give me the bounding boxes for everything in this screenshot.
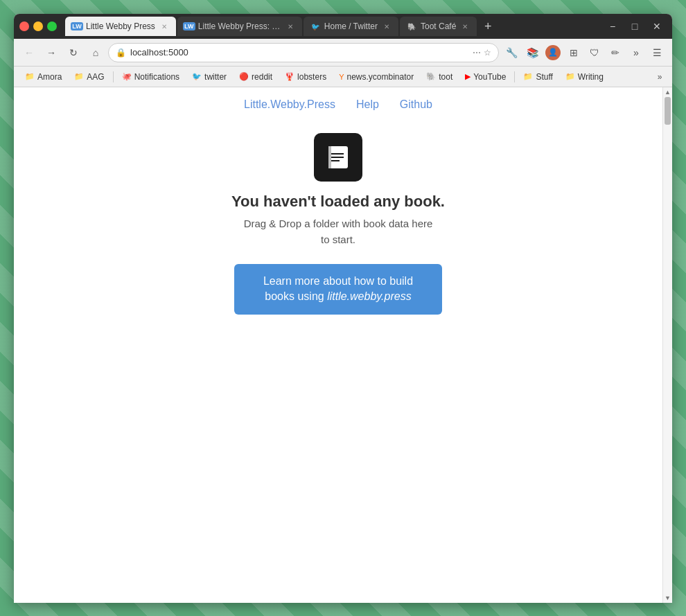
github-icon: 🐙	[122, 72, 132, 81]
close-btn[interactable]: ✕	[647, 17, 667, 36]
folder-icon: 📁	[523, 72, 533, 81]
bookmark-ycombinator[interactable]: Y news.ycombinator	[333, 71, 419, 83]
svg-rect-4	[328, 146, 331, 168]
bookmark-amora[interactable]: 📁 Amora	[19, 71, 67, 83]
address-input[interactable]	[130, 47, 468, 58]
scroll-down-button[interactable]: ▼	[663, 593, 673, 603]
avatar-btn[interactable]: 👤	[543, 43, 563, 62]
bookmarks-more-button[interactable]: »	[653, 70, 667, 84]
tab-lwp-2[interactable]: LW Little Webby Press: first ✕	[177, 17, 302, 36]
twitter-icon: 🐦	[192, 72, 202, 81]
folder-icon: 📁	[25, 72, 35, 81]
tab-close-toot[interactable]: ✕	[460, 21, 470, 31]
shield-button[interactable]: 🛡	[585, 43, 604, 62]
subtext-line1: Drag & Drop a folder with book data here	[244, 218, 433, 229]
bookmark-toot[interactable]: 🐘 toot	[421, 71, 458, 83]
folder-icon: 📁	[74, 72, 84, 81]
main-subtext: Drag & Drop a folder with book data here…	[244, 216, 433, 247]
restore-btn[interactable]: □	[625, 17, 644, 36]
bookmark-yc-label: news.ycombinator	[346, 72, 414, 82]
address-actions: ⋯ ☆	[473, 48, 491, 58]
bookmark-reddit-label: reddit	[252, 72, 272, 82]
bookmark-notifications[interactable]: 🐙 Notifications	[116, 71, 185, 83]
reddit-icon: 🔴	[239, 72, 249, 81]
bookmark-separator	[113, 71, 114, 82]
new-tab-button[interactable]: +	[478, 17, 498, 36]
bookmark-lobsters[interactable]: 🦞 lobsters	[279, 71, 332, 83]
bookmark-notifications-label: Notifications	[134, 72, 179, 82]
tab-favicon-lwp-2: LW	[184, 21, 194, 31]
bookmark-youtube-label: YouTube	[473, 72, 506, 82]
minimize-window-button[interactable]	[33, 21, 43, 31]
title-bar: LW Little Webby Press ✕ LW Little Webby …	[14, 14, 672, 39]
svg-rect-3	[330, 160, 340, 161]
tab-label-toot: Toot Café	[421, 21, 456, 31]
security-icon: 🔒	[116, 48, 126, 58]
bookmark-stuff[interactable]: 📁 Stuff	[518, 71, 558, 83]
folder-icon: 📁	[565, 72, 575, 81]
home-button[interactable]: ⌂	[86, 43, 105, 62]
bookmark-aag[interactable]: 📁 AAG	[69, 71, 109, 83]
tab-close-twitter[interactable]: ✕	[382, 21, 392, 31]
tab-close-lwp-1[interactable]: ✕	[159, 21, 169, 31]
bookmark-reddit[interactable]: 🔴 reddit	[234, 71, 278, 83]
extensions-button[interactable]: 🔧	[502, 43, 521, 62]
main-heading: You haven't loaded any book.	[231, 193, 445, 211]
grid-button[interactable]: ⊞	[564, 43, 583, 62]
tab-twitter[interactable]: 🐦 Home / Twitter ✕	[304, 17, 398, 36]
nav-bar: ← → ↻ ⌂ 🔒 ⋯ ☆ 🔧 📚 👤 ⊞ 🛡 ✏ » ☰	[14, 39, 672, 67]
nav-right-buttons: 🔧 📚 👤 ⊞ 🛡 ✏ » ☰	[502, 43, 667, 62]
tab-label-lwp-2: Little Webby Press: first	[198, 21, 281, 31]
tab-label-twitter: Home / Twitter	[324, 21, 378, 31]
tabs-bar: LW Little Webby Press ✕ LW Little Webby …	[65, 17, 595, 36]
bookmarks-library-btn[interactable]: 📚	[522, 43, 542, 62]
bookmark-youtube[interactable]: ▶ YouTube	[459, 71, 511, 83]
lobsters-icon: 🦞	[285, 72, 294, 81]
more-nav-btn[interactable]: »	[626, 43, 646, 62]
bookmark-separator-2	[514, 71, 515, 82]
bookmark-amora-label: Amora	[37, 72, 62, 82]
minimize-btn[interactable]: −	[603, 17, 622, 36]
mastodon-icon: 🐘	[426, 72, 436, 81]
browser-window: LW Little Webby Press ✕ LW Little Webby …	[14, 14, 672, 603]
svg-rect-2	[330, 157, 344, 158]
nav-github-link[interactable]: Github	[400, 98, 432, 111]
address-menu-btn[interactable]: ⋯	[473, 48, 481, 58]
bookmark-stuff-label: Stuff	[536, 72, 552, 82]
tab-label-lwp-1: Little Webby Press	[86, 21, 155, 31]
scroll-thumb[interactable]	[665, 97, 671, 125]
tab-favicon-twitter: 🐦	[310, 21, 320, 31]
tab-favicon-lwp-1: LW	[72, 21, 82, 31]
avatar: 👤	[545, 45, 561, 60]
yc-icon: Y	[339, 73, 344, 81]
maximize-window-button[interactable]	[47, 21, 57, 31]
bookmark-star-btn[interactable]: ☆	[484, 48, 491, 58]
bookmark-writing-label: Writing	[578, 72, 604, 82]
reload-button[interactable]: ↻	[64, 43, 83, 62]
scroll-track[interactable]	[663, 97, 672, 593]
svg-rect-1	[330, 153, 344, 155]
scrollbar[interactable]: ▲ ▼	[662, 87, 672, 603]
bookmark-twitter[interactable]: 🐦 twitter	[186, 71, 232, 83]
scroll-up-button[interactable]: ▲	[663, 87, 673, 97]
subtext-line2: to start.	[321, 234, 355, 245]
tab-close-lwp-2[interactable]: ✕	[285, 21, 295, 31]
window-controls	[19, 21, 57, 31]
page-area: Little.Webby.Press Help Github You haven…	[14, 87, 672, 603]
youtube-icon: ▶	[465, 72, 470, 81]
close-window-button[interactable]	[19, 21, 29, 31]
page-content: Little.Webby.Press Help Github You haven…	[14, 87, 662, 603]
cta-italic: little.webby.press	[327, 290, 412, 302]
nav-help-link[interactable]: Help	[356, 98, 379, 111]
tab-lwp-1[interactable]: LW Little Webby Press ✕	[65, 17, 176, 36]
book-icon-container	[314, 133, 362, 182]
password-manager-btn[interactable]: ✏	[606, 43, 625, 62]
cta-button[interactable]: Learn more about how to build books usin…	[234, 264, 442, 315]
forward-button[interactable]: →	[42, 43, 61, 62]
menu-button[interactable]: ☰	[647, 43, 667, 62]
nav-lwp-link[interactable]: Little.Webby.Press	[244, 98, 335, 111]
bookmark-writing[interactable]: 📁 Writing	[560, 71, 609, 83]
back-button[interactable]: ←	[19, 43, 39, 62]
address-bar[interactable]: 🔒 ⋯ ☆	[108, 43, 499, 62]
tab-toot[interactable]: 🐘 Toot Café ✕	[400, 17, 477, 36]
